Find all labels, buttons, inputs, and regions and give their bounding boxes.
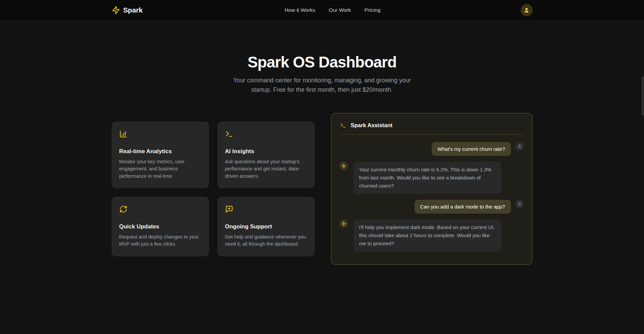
terminal-icon (225, 130, 233, 138)
refresh-icon (119, 205, 127, 213)
feature-card-ongoing-support: Ongoing Support Get help and guidance wh… (217, 197, 315, 256)
brand-name: Spark (123, 6, 143, 14)
assistant-message-row: Your current monthly churn rate is 5.2%.… (339, 162, 524, 194)
nav-links: How it Works Our Work Pricing (285, 7, 380, 13)
feature-description: Monitor your key metrics, user engagemen… (119, 158, 201, 180)
nav-link-how-it-works[interactable]: How it Works (285, 7, 315, 13)
feature-title: Real-time Analytics (119, 148, 201, 155)
bar-chart-icon (119, 130, 127, 138)
assistant-avatar (339, 162, 348, 170)
page-title: Spark OS Dashboard (0, 53, 644, 71)
feature-description: Request and deploy changes to your MVP w… (119, 233, 201, 248)
user-icon (517, 202, 522, 206)
zap-icon (112, 6, 120, 15)
user-icon (517, 144, 522, 149)
feature-card-quick-updates: Quick Updates Request and deploy changes… (112, 197, 209, 256)
user-message-bubble: What's my current churn rate? (432, 142, 511, 156)
page-scrollbar-track (641, 0, 644, 334)
user-avatar (515, 142, 524, 151)
nav-container: Spark How it Works Our Work Pricing (112, 0, 533, 20)
feature-title: AI Insights (225, 148, 307, 155)
zap-icon (341, 221, 346, 226)
nav-link-pricing[interactable]: Pricing (365, 7, 380, 13)
spark-assistant-panel: Spark Assistant What's my current churn … (331, 113, 532, 265)
user-message-row: Can you add a dark mode to the app? (339, 200, 524, 214)
feature-card-realtime-analytics: Real-time Analytics Monitor your key met… (112, 121, 209, 188)
hero-section: Spark OS Dashboard Your command center f… (0, 21, 644, 95)
user-message-bubble: Can you add a dark mode to the app? (415, 200, 511, 214)
user-message-row: What's my current churn rate? (339, 142, 524, 156)
brand-logo[interactable]: Spark (112, 6, 143, 15)
terminal-icon (340, 122, 346, 129)
assistant-avatar (339, 219, 348, 228)
assistant-message-bubble: Your current monthly churn rate is 5.2%.… (354, 162, 501, 194)
main-content-row: Real-time Analytics Monitor your key met… (112, 113, 533, 265)
user-avatar-button[interactable] (521, 4, 533, 16)
feature-description: Get help and guidance whenever you need … (225, 233, 307, 248)
user-avatar (515, 200, 524, 208)
page-scrollbar-thumb[interactable] (642, 76, 644, 116)
feature-title: Ongoing Support (225, 223, 307, 230)
top-nav: Spark How it Works Our Work Pricing (0, 0, 644, 21)
assistant-message-bubble: I'll help you implement dark mode. Based… (354, 219, 501, 252)
feature-title: Quick Updates (119, 223, 201, 230)
user-icon (524, 7, 529, 13)
assistant-title: Spark Assistant (351, 122, 393, 129)
nav-link-our-work[interactable]: Our Work (329, 7, 351, 13)
assistant-message-row: I'll help you implement dark mode. Based… (339, 219, 524, 252)
feature-card-grid: Real-time Analytics Monitor your key met… (112, 121, 315, 256)
page-subtitle: Your command center for monitoring, mana… (227, 76, 417, 95)
feature-card-ai-insights: AI Insights Ask questions about your sta… (217, 121, 315, 188)
message-square-plus-icon (225, 205, 233, 213)
zap-icon (341, 164, 346, 168)
message-list: What's my current churn rate? Your curre… (339, 135, 524, 252)
assistant-header: Spark Assistant (339, 121, 524, 135)
feature-description: Ask questions about your startup's perfo… (225, 158, 307, 180)
